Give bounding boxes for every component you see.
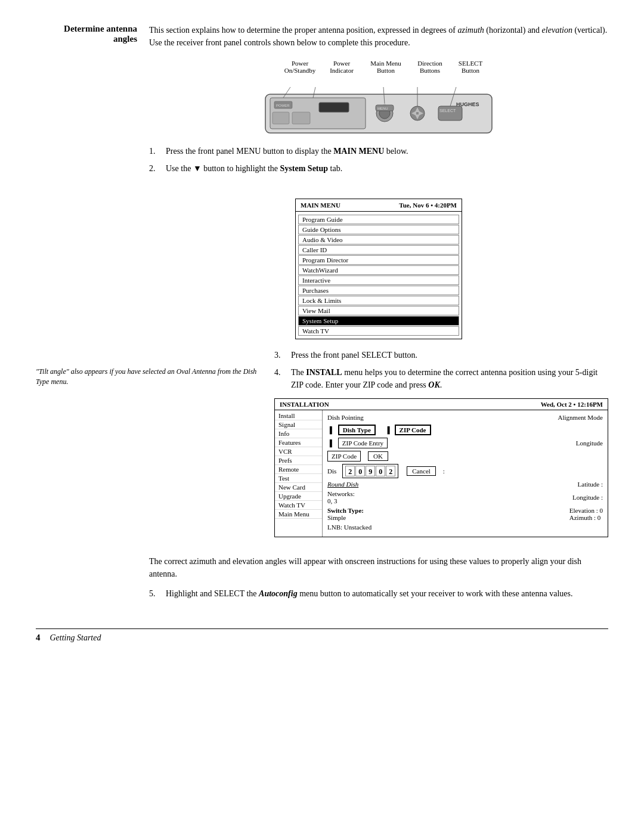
side-note: "Tilt angle" also appears if you have se… <box>36 349 262 537</box>
menu-item-program-director[interactable]: Program Director <box>298 255 459 265</box>
round-dish-label: Round Dish <box>327 481 358 488</box>
dish-type-field[interactable]: Dish Type <box>338 425 376 435</box>
main-menu-container: MAIN MENU Tue, Nov 6 • 4:20PM Program Gu… <box>149 199 608 339</box>
label-power: PowerOn/Standby <box>278 60 321 74</box>
menu-item-view-mail[interactable]: View Mail <box>298 306 459 315</box>
step-1: 1. Press the front panel MENU button to … <box>149 145 608 157</box>
install-item-vcr[interactable]: VCR <box>275 447 322 456</box>
installation-menu: INSTALLATION Wed, Oct 2 • 12:16PM Instal… <box>274 398 608 537</box>
menu-header: MAIN MENU Tue, Nov 6 • 4:20PM <box>296 199 462 212</box>
page-footer: 4 Getting Started <box>36 628 608 643</box>
install-header: INSTALLATION Wed, Oct 2 • 12:16PM <box>275 399 608 410</box>
install-item-new-card[interactable]: New Card <box>275 483 322 492</box>
zip-digit-3[interactable]: 9 <box>366 466 375 476</box>
networks-row: Networks: 0, 3 Longitude : <box>327 490 603 504</box>
side-note-text: "Tilt angle" also appears if you have se… <box>36 367 256 386</box>
azimuth-label: Azimuth : 0 <box>569 514 603 521</box>
steps-34: 3. Press the front panel SELECT button. … <box>274 349 608 537</box>
step5-italic-bold: Autoconfig <box>259 589 298 598</box>
zip-code-field[interactable]: ZIP Code <box>395 425 431 435</box>
step2-bold: System Setup <box>280 164 329 173</box>
label-direction: DirectionButtons <box>410 60 450 74</box>
svg-text:MENU: MENU <box>377 107 388 110</box>
footer-text: Getting Started <box>50 633 101 643</box>
zip-code-entry-row: ▐ ZIP Code Entry Longitude <box>327 438 603 448</box>
zip-digit-2[interactable]: 0 <box>355 466 365 476</box>
step4-bold: INSTALL <box>306 368 342 377</box>
step3-text: Press the front panel SELECT button. <box>291 349 417 361</box>
install-datetime: Wed, Oct 2 • 12:16PM <box>541 401 603 408</box>
menu-item-system-setup[interactable]: System Setup <box>298 316 459 326</box>
menu-item-watch-tv[interactable]: Watch TV <box>298 326 459 336</box>
step1-bold: MAIN MENU <box>333 147 384 156</box>
step4-ok: OK <box>428 380 439 389</box>
label-main-menu: Main MenuButton <box>362 60 410 74</box>
install-item-features[interactable]: Features <box>275 438 322 447</box>
install-title: INSTALLATION <box>280 401 329 408</box>
section-title: Determine antenna angles <box>36 24 137 49</box>
menu-title: MAIN MENU <box>301 202 340 209</box>
main-menu-box: MAIN MENU Tue, Nov 6 • 4:20PM Program Gu… <box>295 199 462 339</box>
lnb-label: LNB: Unstacked <box>327 524 371 531</box>
cancel-button[interactable]: Cancel <box>407 466 436 476</box>
svg-text:POWER: POWER <box>276 104 290 107</box>
svg-rect-23 <box>319 103 349 112</box>
menu-item-watchwizard[interactable]: WatchWizard <box>298 265 459 275</box>
ok-button[interactable]: OK <box>368 451 388 461</box>
zip-digit-box[interactable]: 2 0 9 0 2 <box>342 464 398 478</box>
install-body: Install Signal Info Features VCR Prefs R… <box>275 410 608 537</box>
install-item-main-menu[interactable]: Main Menu <box>275 510 322 519</box>
install-item-prefs[interactable]: Prefs <box>275 456 322 465</box>
menu-item-guide-options[interactable]: Guide Options <box>298 225 459 234</box>
menu-item-program-guide[interactable]: Program Guide <box>298 215 459 224</box>
page-number: 4 <box>36 633 41 643</box>
page-content: Determine antenna angles This section ex… <box>36 24 608 643</box>
alignment-mode-label: Alignment Mode <box>558 414 603 421</box>
step-3: 3. Press the front panel SELECT button. <box>274 349 608 361</box>
install-right-title: Dish Pointing Alignment Mode <box>327 414 603 421</box>
menu-item-audio-video[interactable]: Audio & Video <box>298 235 459 244</box>
step-4: 4. The INSTALL menu helps you to determi… <box>274 366 608 391</box>
bottom-para: The correct azimuth and elevation angles… <box>149 555 608 580</box>
install-item-info[interactable]: Info <box>275 429 322 438</box>
label-select: SELECTButton <box>450 60 491 74</box>
install-item-watch-tv[interactable]: Watch TV <box>275 501 322 510</box>
menu-item-interactive[interactable]: Interactive <box>298 275 459 285</box>
zip-label: ZIP Code <box>327 451 361 462</box>
zip-digit-4[interactable]: 0 <box>376 466 385 476</box>
step34-container: "Tilt angle" also appears if you have se… <box>36 349 608 537</box>
zip-digits-row: Dis 2 0 9 0 2 Cancel : <box>327 464 603 478</box>
label-indicator: PowerIndicator <box>321 60 362 74</box>
install-right-panel: Dish Pointing Alignment Mode ▐ Dish Type… <box>323 410 608 537</box>
switch-type-label: Switch Type: <box>327 507 364 514</box>
step-2: 2. Use the ▼ button to highlight the Sys… <box>149 162 608 175</box>
section-header: Determine antenna angles This section ex… <box>36 24 608 49</box>
install-item-test[interactable]: Test <box>275 474 322 483</box>
switch-type-row: Switch Type: Simple Elevation : 0 Azimut… <box>327 507 603 521</box>
zip-digit-1[interactable]: 2 <box>345 466 355 476</box>
menu-item-lock-limits[interactable]: Lock & Limits <box>298 296 459 305</box>
menu-items-list: Program Guide Guide Options Audio & Vide… <box>296 212 462 339</box>
dish-pointing-label: Dish Pointing <box>327 414 364 421</box>
latitude-label: Latitude : <box>578 481 603 488</box>
install-left-menu: Install Signal Info Features VCR Prefs R… <box>275 410 323 537</box>
install-item-install[interactable]: Install <box>275 411 322 420</box>
install-item-signal[interactable]: Signal <box>275 420 322 429</box>
title-line2: angles <box>113 34 137 44</box>
svg-text:SELECT: SELECT <box>439 109 456 113</box>
steps-1-2: 1. Press the front panel MENU button to … <box>149 145 608 179</box>
receiver-svg: HUGHES POWER MENU SELECT <box>253 76 504 139</box>
longitude2-label: Longitude : <box>572 494 603 501</box>
section-body: This section explains how to determine t… <box>149 24 608 49</box>
svg-rect-5 <box>273 112 289 124</box>
menu-item-caller-id[interactable]: Caller ID <box>298 245 459 255</box>
networks-label: Networks: <box>327 490 355 497</box>
zip-digit-5[interactable]: 2 <box>386 466 395 476</box>
svg-rect-6 <box>292 112 310 124</box>
switch-val: Simple <box>327 514 364 521</box>
menu-item-purchases[interactable]: Purchases <box>298 286 459 295</box>
install-item-upgrade[interactable]: Upgrade <box>275 492 322 501</box>
longitude-label: Longitude <box>576 439 603 447</box>
install-item-remote[interactable]: Remote <box>275 465 322 474</box>
lnb-row: LNB: Unstacked <box>327 524 603 531</box>
